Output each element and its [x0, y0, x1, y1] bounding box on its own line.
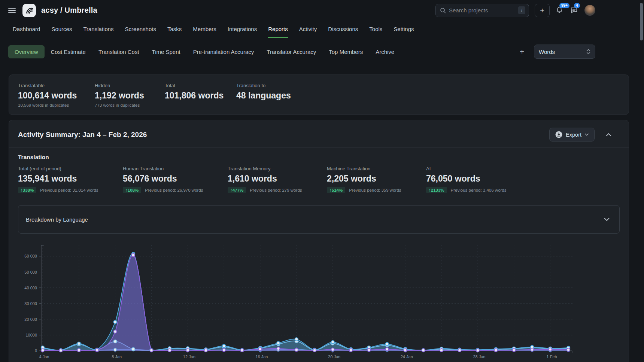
- metric-label: Machine Translation: [327, 166, 426, 171]
- stat-value: 1,192 words: [95, 91, 165, 101]
- svg-text:60 000: 60 000: [24, 254, 37, 258]
- metric-ai: AI 76,050 words ↑2133% Previous period: …: [426, 166, 507, 193]
- metric-label: Total (end of period): [18, 166, 123, 171]
- previous-period: Previous period: 26,970 words: [145, 188, 203, 192]
- tab-discussions[interactable]: Discussions: [328, 21, 358, 38]
- topbar: acsy / Umbrella / + 99+ 4: [0, 0, 644, 21]
- subtab-time-spent[interactable]: Time Spent: [146, 45, 187, 58]
- tab-members[interactable]: Members: [193, 21, 216, 38]
- trend-up-badge: ↑477%: [228, 187, 246, 193]
- logo-glyph: [25, 6, 34, 15]
- metric-value: 76,050 words: [426, 174, 507, 184]
- stat-value: 101,806 words: [165, 91, 236, 101]
- subtab-archive[interactable]: Archive: [369, 45, 401, 58]
- search-icon: [440, 7, 446, 13]
- chevron-up-icon: [606, 133, 611, 137]
- svg-text:24 Jan: 24 Jan: [401, 355, 413, 359]
- metric-label: AI: [426, 166, 507, 171]
- stat-note: 773 words in duplicates: [95, 103, 165, 107]
- subtab-overview[interactable]: Overview: [8, 45, 45, 58]
- activity-summary-card: Activity Summary: Jan 4 – Feb 2, 2026 Ex…: [9, 120, 629, 362]
- svg-text:8 Jan: 8 Jan: [112, 355, 122, 359]
- stat-note: 10,569 words in duplicates: [18, 103, 95, 107]
- project-words-summary: Translatable 100,614 words 10,569 words …: [9, 74, 629, 115]
- svg-text:10000: 10000: [25, 333, 37, 337]
- topbar-actions: / + 99+ 4: [435, 4, 595, 17]
- search-box[interactable]: /: [435, 4, 529, 17]
- subtab-top-members[interactable]: Top Members: [322, 45, 369, 58]
- activity-chart: 01000020 00030 00040 00050 00060 0004 Ja…: [14, 240, 574, 359]
- export-button[interactable]: Export: [549, 128, 595, 142]
- subtab-pre-translation-accuracy[interactable]: Pre-translation Accuracy: [187, 45, 261, 58]
- trend-up-badge: ↑108%: [123, 187, 141, 193]
- stat-label: Translation to: [236, 83, 291, 88]
- metric-value: 56,076 words: [123, 174, 228, 184]
- subtab-translation-cost[interactable]: Translation Cost: [92, 45, 146, 58]
- metric-human-translation: Human Translation 56,076 words ↑108% Pre…: [123, 166, 228, 193]
- subtab-translator-accuracy[interactable]: Translator Accuracy: [260, 45, 322, 58]
- trend-up-badge: ↑2133%: [426, 187, 447, 193]
- svg-text:50 000: 50 000: [24, 270, 37, 274]
- tab-translations[interactable]: Translations: [83, 21, 113, 38]
- previous-period: Previous period: 359 words: [349, 188, 401, 192]
- main-nav: Dashboard Sources Translations Screensho…: [0, 21, 644, 38]
- metric-translation-memory: Translation Memory 1,610 words ↑477% Pre…: [228, 166, 327, 193]
- stat-label: Total: [165, 83, 236, 88]
- avatar[interactable]: [584, 5, 595, 16]
- previous-period: Previous period: 279 words: [250, 188, 302, 192]
- scrollbar-thumb[interactable]: [640, 3, 643, 40]
- breakdown-by-language-toggle[interactable]: Breakdown by Language: [18, 205, 620, 234]
- subtab-cost-estimate[interactable]: Cost Estimate: [45, 45, 92, 58]
- metric-value: 1,610 words: [228, 174, 327, 184]
- svg-text:12 Jan: 12 Jan: [183, 355, 195, 359]
- tab-tasks[interactable]: Tasks: [167, 21, 182, 38]
- notifications-button[interactable]: 99+: [555, 6, 564, 15]
- unit-select[interactable]: Words: [534, 45, 595, 59]
- translation-section: Translation Total (end of period) 135,94…: [9, 148, 629, 193]
- svg-text:1 Feb: 1 Feb: [547, 355, 557, 359]
- tab-reports[interactable]: Reports: [268, 21, 288, 38]
- search-input[interactable]: [449, 7, 515, 13]
- translation-metrics: Total (end of period) 135,941 words ↑338…: [18, 166, 620, 193]
- metric-label: Human Translation: [123, 166, 228, 171]
- trend-up-badge: ↑338%: [18, 187, 36, 193]
- svg-text:16 Jan: 16 Jan: [255, 355, 268, 359]
- notifications-count: 99+: [559, 3, 569, 8]
- tab-sources[interactable]: Sources: [51, 21, 72, 38]
- stat-translation-to: Translation to 48 languages: [236, 83, 291, 107]
- stat-translatable: Translatable 100,614 words 10,569 words …: [18, 83, 95, 107]
- messages-count: 4: [574, 3, 580, 8]
- caret-down-icon: [585, 133, 589, 136]
- svg-text:28 Jan: 28 Jan: [473, 355, 485, 359]
- metric-value: 2,205 words: [327, 174, 426, 184]
- tab-activity[interactable]: Activity: [299, 21, 317, 38]
- svg-text:0: 0: [35, 349, 37, 353]
- svg-text:4 Jan: 4 Jan: [39, 355, 49, 359]
- tab-settings[interactable]: Settings: [394, 21, 414, 38]
- previous-period: Previous period: 31,014 words: [40, 188, 98, 192]
- stat-label: Hidden: [95, 83, 165, 88]
- activity-title: Activity Summary: Jan 4 – Feb 2, 2026: [18, 131, 147, 139]
- svg-text:40 000: 40 000: [24, 286, 37, 290]
- download-icon: [555, 131, 562, 138]
- breakdown-label: Breakdown by Language: [26, 216, 88, 223]
- chevron-down-icon: [604, 217, 610, 221]
- menu-icon[interactable]: [8, 8, 16, 13]
- tab-dashboard[interactable]: Dashboard: [13, 21, 40, 38]
- tab-integrations[interactable]: Integrations: [228, 21, 257, 38]
- stat-value: 48 languages: [236, 91, 291, 101]
- collapse-section-button[interactable]: [606, 133, 620, 137]
- select-updown-icon: [586, 49, 590, 55]
- previous-period: Previous period: 3,406 words: [451, 188, 507, 192]
- tab-screenshots[interactable]: Screenshots: [125, 21, 156, 38]
- section-title: Translation: [18, 154, 620, 161]
- export-label: Export: [566, 132, 581, 138]
- create-project-button[interactable]: +: [535, 4, 550, 17]
- messages-button[interactable]: 4: [570, 6, 579, 15]
- add-report-button[interactable]: +: [514, 48, 529, 56]
- stat-total: Total 101,806 words: [165, 83, 236, 107]
- project-title: acsy / Umbrella: [41, 6, 97, 15]
- tab-tools[interactable]: Tools: [369, 21, 382, 38]
- app-logo[interactable]: [22, 4, 36, 17]
- svg-text:20 Jan: 20 Jan: [328, 355, 340, 359]
